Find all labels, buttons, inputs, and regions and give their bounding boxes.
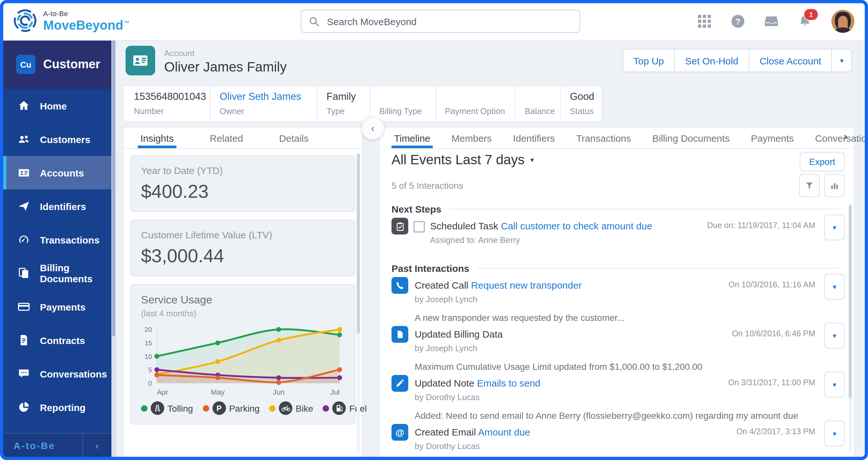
task-actions-button[interactable]: ▾ (824, 214, 845, 240)
svg-text:5: 5 (148, 366, 152, 373)
more-actions-button[interactable]: ▾ (832, 49, 852, 72)
svg-text:May: May (211, 388, 225, 396)
task-link[interactable]: Call customer to check amount due (501, 220, 652, 231)
event-author: by Dorothy Lucas (415, 392, 845, 402)
event-actions-button[interactable]: ▾ (824, 274, 845, 299)
tab-details[interactable]: Details (277, 127, 311, 148)
tab-members[interactable]: Members (449, 127, 494, 148)
search-icon (309, 16, 319, 27)
global-search[interactable] (301, 10, 580, 33)
task-checkbox[interactable] (413, 221, 425, 233)
tab-conversations[interactable]: Conversations (813, 127, 868, 148)
pie-chart-icon (18, 401, 30, 413)
detail-label: Payment Option (445, 106, 515, 116)
tab-payments[interactable]: Payments (748, 127, 796, 148)
event-link[interactable]: Emails to send (477, 377, 540, 389)
sidebar-item-customers[interactable]: Customers (3, 122, 112, 156)
panel-collapse-button[interactable]: ‹ (361, 117, 384, 140)
event-description: A new transponder was requested by the c… (415, 313, 845, 323)
filter-button[interactable] (799, 174, 820, 197)
task-assigned: Assigned to: Anne Berry (430, 235, 845, 245)
sidebar-item-transactions[interactable]: Transactions (3, 223, 112, 256)
detail-value: Family (327, 91, 370, 105)
sidebar-item-label: Billing Documents (40, 262, 112, 284)
account-entity-label: Account (164, 48, 194, 58)
phone-icon (392, 277, 408, 294)
bike-series-dot (269, 405, 276, 411)
sidebar-item-reporting[interactable]: Reporting (3, 391, 112, 424)
timeline-scrollbar[interactable] (849, 204, 852, 452)
sidebar-scrollbar[interactable] (112, 40, 116, 457)
owner-link[interactable]: Oliver Seth James (220, 91, 317, 105)
app-logo[interactable]: A-to-Be MoveBeyond™ (12, 8, 129, 33)
brand-top-label: A-to-Be (43, 10, 129, 17)
ltv-value: $3,000.44 (141, 246, 344, 267)
bike-icon (279, 401, 292, 415)
sidebar-collapse-button[interactable]: ‹ (83, 434, 112, 457)
sidebar-item-contracts[interactable]: Contracts (3, 323, 112, 357)
event-link[interactable]: Request new transponder (471, 280, 582, 291)
tab-billing-documents[interactable]: Billing Documents (650, 127, 732, 148)
user-avatar[interactable] (831, 10, 855, 33)
account-actions: Top Up Set On-Hold Close Account ▾ (622, 49, 852, 72)
inbox-button[interactable] (764, 14, 778, 28)
tab-related[interactable]: Related (207, 127, 245, 148)
event-date: On 10/3/2016, 11:16 AM (728, 280, 815, 289)
event-actions-button[interactable]: ▾ (824, 372, 845, 398)
email-icon: @ (392, 424, 408, 441)
detail-label: Balance (525, 106, 560, 116)
event-author: by Joseph Lynch (415, 343, 845, 353)
customers-icon (18, 133, 30, 146)
tab-timeline[interactable]: Timeline (392, 127, 433, 148)
brand-name-label: MoveBeyond™ (43, 18, 129, 31)
account-name: Oliver James Family (164, 59, 286, 75)
close-account-button[interactable]: Close Account (749, 49, 832, 72)
event-actions-button[interactable]: ▾ (824, 323, 845, 349)
event-type: Updated Note (415, 377, 474, 389)
event-author: by Dorothy Lucas (415, 441, 845, 451)
search-input[interactable] (326, 15, 572, 27)
set-on-hold-button[interactable]: Set On-Hold (674, 49, 749, 72)
event-link[interactable]: Amount due (478, 427, 530, 437)
tab-insights[interactable]: Insights (138, 127, 176, 148)
credit-card-icon (18, 300, 30, 313)
next-steps-header: Next Steps (392, 204, 838, 214)
left-panel-scrollbar[interactable] (357, 153, 360, 452)
sidebar-item-label: Payments (40, 301, 86, 312)
app-launcher-icon[interactable] (698, 14, 712, 28)
help-button[interactable]: ? (731, 14, 745, 28)
svg-text:20: 20 (145, 326, 152, 333)
tab-transactions[interactable]: Transactions (574, 127, 633, 148)
notifications-button[interactable]: 1 (798, 14, 812, 28)
svg-text:Jul: Jul (330, 388, 340, 396)
export-button[interactable]: Export (799, 152, 845, 171)
chart-view-button[interactable] (824, 174, 845, 197)
legend-tolling: Tolling (141, 401, 193, 415)
brand-circle-icon (12, 8, 38, 33)
legend-label: Bike (296, 403, 313, 413)
tolling-series-dot (141, 405, 148, 411)
tabs-scroll-right-icon[interactable]: › (844, 130, 847, 143)
legend-parking: P Parking (203, 401, 259, 415)
top-up-button[interactable]: Top Up (622, 49, 675, 72)
sidebar-item-identifiers[interactable]: Identifiers (3, 190, 112, 223)
sidebar-item-conversations[interactable]: Conversations (3, 357, 112, 391)
sidebar-item-label: Conversations (40, 368, 107, 379)
events-filter-heading[interactable]: All Events Last 7 days ▾ (392, 152, 534, 168)
event-date: On 3/31/2017, 11:00 PM (728, 378, 815, 387)
tolling-icon (151, 401, 164, 415)
tab-identifiers[interactable]: Identifiers (510, 127, 557, 148)
event-date: On 4/2/2017, 3:13 PM (736, 427, 815, 436)
detail-label: Number (134, 106, 210, 116)
sidebar-item-accounts[interactable]: Accounts (3, 156, 112, 190)
sidebar-item-home[interactable]: Home (3, 89, 112, 122)
sidebar-item-label: Reporting (40, 402, 86, 413)
timeline-tabs: Timeline Members Identifiers Transaction… (380, 127, 854, 149)
account-entity-icon (126, 46, 155, 76)
event-actions-button[interactable]: ▾ (824, 421, 845, 447)
sidebar: Cu Customer Home Customers Accounts I (3, 40, 112, 457)
sidebar-item-payments[interactable]: Payments (3, 290, 112, 323)
sidebar-item-billing-documents[interactable]: Billing Documents (3, 256, 112, 290)
event-type: Created Call (415, 280, 468, 291)
heading-caret-icon: ▾ (530, 155, 534, 164)
